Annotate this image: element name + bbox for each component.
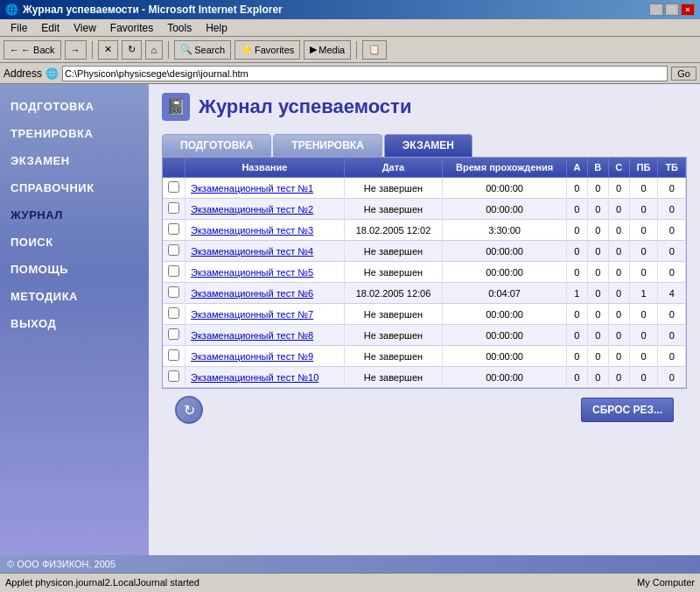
row-a: 0 — [566, 304, 587, 325]
row-name[interactable]: Экзаменационный тест №5 — [186, 262, 345, 283]
row-name[interactable]: Экзаменационный тест №1 — [186, 178, 345, 199]
main-panel: 📓 Журнал успеваемости ПОДГОТОВКА ТРЕНИРО… — [149, 84, 700, 555]
row-checkbox-cell[interactable] — [163, 199, 186, 220]
menu-help[interactable]: Help — [199, 21, 234, 35]
row-checkbox-cell[interactable] — [163, 178, 186, 199]
sidebar-item-trenirovka[interactable]: ТРЕНИРОВКА — [0, 120, 149, 147]
page-icon: 📓 — [162, 93, 190, 121]
test-link[interactable]: Экзаменационный тест №6 — [191, 288, 313, 299]
row-a: 0 — [566, 220, 587, 241]
tab-ekzamen[interactable]: ЭКЗАМЕН — [384, 134, 472, 157]
row-name[interactable]: Экзаменационный тест №6 — [186, 283, 345, 304]
tab-podgotovka[interactable]: ПОДГОТОВКА — [162, 134, 271, 157]
row-a: 0 — [566, 367, 587, 388]
test-link[interactable]: Экзаменационный тест №1 — [191, 183, 313, 194]
row-checkbox-cell[interactable] — [163, 241, 186, 262]
back-button[interactable]: ← ← Back — [4, 40, 61, 60]
menu-edit[interactable]: Edit — [34, 21, 66, 35]
sidebar-item-pomoshch[interactable]: ПОМОЩЬ — [0, 256, 149, 283]
row-checkbox-cell[interactable] — [163, 262, 186, 283]
test-link[interactable]: Экзаменационный тест №2 — [191, 204, 313, 215]
row-time: 00:00:00 — [443, 199, 567, 220]
stop-button[interactable]: ✕ — [98, 40, 118, 60]
sidebar-item-spravochnik[interactable]: СПРАВОЧНИК — [0, 174, 149, 201]
row-checkbox[interactable] — [168, 286, 179, 298]
row-name[interactable]: Экзаменационный тест №3 — [186, 220, 345, 241]
go-button[interactable]: Go — [671, 67, 696, 81]
reset-button[interactable]: СБРОС РЕЗ... — [581, 398, 674, 422]
row-c: 0 — [608, 304, 629, 325]
row-name[interactable]: Экзаменационный тест №8 — [186, 325, 345, 346]
bottom-bar: ↻ СБРОС РЕЗ... — [162, 389, 687, 431]
row-checkbox-cell[interactable] — [163, 367, 186, 388]
row-checkbox[interactable] — [168, 328, 179, 340]
media-button[interactable]: ▶ Media — [304, 40, 351, 60]
row-time: 3:30:00 — [443, 220, 567, 241]
row-checkbox-cell[interactable] — [163, 283, 186, 304]
test-link[interactable]: Экзаменационный тест №4 — [191, 246, 313, 257]
status-right: My Computer — [637, 577, 695, 588]
row-checkbox[interactable] — [168, 307, 179, 319]
row-name[interactable]: Экзаменационный тест №2 — [186, 199, 345, 220]
favorites-button[interactable]: ⭐ Favorites — [234, 40, 300, 60]
test-link[interactable]: Экзаменационный тест №8 — [191, 330, 313, 341]
sidebar-item-metodika[interactable]: МЕТОДИКА — [0, 283, 149, 310]
maximize-button[interactable]: □ — [665, 4, 679, 16]
address-icon: 🌐 — [46, 67, 59, 80]
row-checkbox[interactable] — [168, 370, 179, 382]
row-a: 0 — [566, 325, 587, 346]
row-checkbox[interactable] — [168, 181, 179, 193]
row-c: 0 — [608, 262, 629, 283]
sidebar-item-vyhod[interactable]: ВЫХОД — [0, 310, 149, 337]
table-row: Экзаменационный тест №2 Не завершен 00:0… — [163, 199, 686, 220]
close-button[interactable]: × — [681, 4, 695, 16]
search-button[interactable]: 🔍 Search — [174, 40, 231, 60]
row-time: 00:00:00 — [443, 178, 567, 199]
sidebar-item-zhurnal[interactable]: ЖУРНАЛ — [0, 201, 149, 229]
row-name[interactable]: Экзаменационный тест №10 — [186, 367, 345, 388]
menu-favorites[interactable]: Favorites — [103, 21, 160, 35]
row-checkbox[interactable] — [168, 244, 179, 256]
row-checkbox-cell[interactable] — [163, 304, 186, 325]
row-time: 0:04:07 — [443, 283, 567, 304]
sidebar-item-ekzamen[interactable]: ЭКЗАМЕН — [0, 147, 149, 174]
row-checkbox[interactable] — [168, 223, 179, 235]
history-button[interactable]: 📋 — [362, 40, 387, 60]
refresh-button[interactable]: ↻ — [122, 40, 142, 60]
forward-button[interactable]: → — [65, 40, 87, 60]
test-link[interactable]: Экзаменационный тест №10 — [191, 372, 318, 383]
row-checkbox-cell[interactable] — [163, 325, 186, 346]
row-tb: 0 — [658, 304, 686, 325]
sidebar-item-poisk[interactable]: ПОИСК — [0, 229, 149, 256]
col-tb: ТБ — [658, 158, 686, 178]
test-link[interactable]: Экзаменационный тест №9 — [191, 351, 313, 362]
home-button[interactable]: ⌂ — [145, 40, 164, 60]
row-checkbox-cell[interactable] — [163, 220, 186, 241]
minimize-button[interactable]: _ — [649, 4, 663, 16]
row-b: 0 — [587, 220, 608, 241]
test-link[interactable]: Экзаменационный тест №3 — [191, 225, 313, 236]
menu-tools[interactable]: Tools — [160, 21, 199, 35]
row-c: 0 — [608, 283, 629, 304]
refresh-page-button[interactable]: ↻ — [175, 396, 203, 424]
test-link[interactable]: Экзаменационный тест №7 — [191, 309, 313, 320]
address-input[interactable] — [62, 66, 668, 81]
row-checkbox[interactable] — [168, 202, 179, 214]
table-row: Экзаменационный тест №5 Не завершен 00:0… — [163, 262, 686, 283]
row-date: Не завершен — [344, 241, 443, 262]
tab-trenirovka[interactable]: ТРЕНИРОВКА — [273, 134, 382, 157]
row-name[interactable]: Экзаменационный тест №7 — [186, 304, 345, 325]
row-checkbox-cell[interactable] — [163, 346, 186, 367]
row-name[interactable]: Экзаменационный тест №9 — [186, 346, 345, 367]
row-checkbox[interactable] — [168, 265, 179, 277]
row-name[interactable]: Экзаменационный тест №4 — [186, 241, 345, 262]
test-link[interactable]: Экзаменационный тест №5 — [191, 267, 313, 278]
menu-view[interactable]: View — [66, 21, 103, 35]
table-row: Экзаменационный тест №10 Не завершен 00:… — [163, 367, 686, 388]
sidebar-item-podgotovka[interactable]: ПОДГОТОВКА — [0, 93, 149, 120]
menu-file[interactable]: File — [4, 21, 34, 35]
window-title: Журнал успеваемости - Microsoft Internet… — [23, 4, 283, 16]
row-time: 00:00:00 — [443, 325, 567, 346]
row-tb: 0 — [658, 367, 686, 388]
row-checkbox[interactable] — [168, 349, 179, 361]
